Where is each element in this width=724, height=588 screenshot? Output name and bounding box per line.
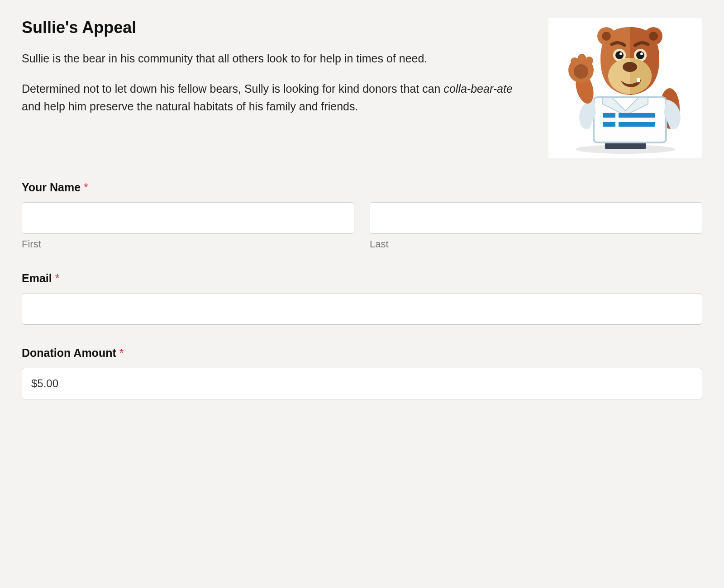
svg-point-10 bbox=[574, 64, 588, 79]
first-name-input[interactable] bbox=[22, 202, 354, 234]
email-input[interactable] bbox=[22, 293, 702, 325]
svg-rect-27 bbox=[637, 78, 640, 82]
donation-label-text: Donation Amount bbox=[22, 346, 116, 359]
email-label: Email * bbox=[22, 272, 702, 285]
svg-point-12 bbox=[578, 54, 586, 62]
name-label: Your Name * bbox=[22, 181, 702, 194]
svg-point-15 bbox=[602, 32, 611, 41]
intro-paragraph-2-italic: colla-bear-ate bbox=[443, 82, 512, 95]
donation-label: Donation Amount * bbox=[22, 346, 702, 360]
svg-point-20 bbox=[619, 52, 622, 55]
intro-paragraph-2-after: and help him preserve the natural habita… bbox=[22, 100, 358, 113]
donation-required-mark: * bbox=[119, 346, 124, 359]
svg-rect-6 bbox=[603, 122, 615, 127]
bear-mascot-icon bbox=[557, 23, 693, 154]
svg-point-17 bbox=[649, 32, 658, 41]
page-title: Sullie's Appeal bbox=[22, 18, 530, 37]
svg-point-23 bbox=[640, 52, 643, 55]
svg-point-19 bbox=[615, 51, 624, 59]
svg-point-22 bbox=[636, 51, 644, 59]
donation-amount-input[interactable] bbox=[22, 368, 702, 399]
intro-paragraph-1: Sullie is the bear in his community that… bbox=[22, 50, 530, 67]
svg-point-13 bbox=[585, 57, 593, 65]
name-required-mark: * bbox=[84, 181, 88, 194]
name-label-text: Your Name bbox=[22, 181, 81, 194]
svg-point-26 bbox=[623, 62, 637, 72]
first-name-sublabel: First bbox=[22, 238, 354, 250]
svg-rect-4 bbox=[603, 113, 615, 118]
svg-point-11 bbox=[571, 57, 579, 66]
svg-rect-7 bbox=[619, 122, 655, 127]
svg-rect-5 bbox=[619, 113, 655, 118]
mascot-image bbox=[548, 18, 702, 158]
last-name-sublabel: Last bbox=[370, 238, 702, 250]
email-label-text: Email bbox=[22, 272, 52, 285]
email-required-mark: * bbox=[55, 272, 60, 285]
intro-paragraph-2-before: Determined not to let down his fellow be… bbox=[22, 82, 443, 95]
last-name-input[interactable] bbox=[370, 202, 702, 234]
intro-paragraph-2: Determined not to let down his fellow be… bbox=[22, 80, 530, 115]
